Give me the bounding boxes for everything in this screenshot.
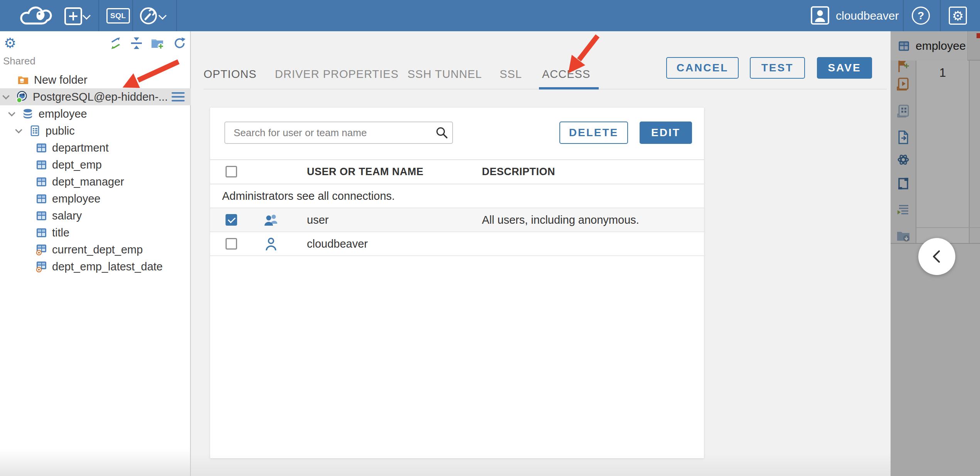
toolbar-separator [940,0,941,31]
tab-driver-properties[interactable]: DRIVER PROPERTIES [275,68,399,81]
connection-edit-dialog: OPTIONSDRIVER PROPERTIESSSH TUNNELSSLACC… [191,31,891,476]
tab-access[interactable]: ACCESS [542,68,590,81]
sql-editor-button[interactable]: SQL [106,8,130,24]
collapse-all-icon[interactable] [130,37,143,50]
view-icon [35,244,47,255]
tree-item-label: title [52,226,69,239]
tree-item-new-folder[interactable]: New folder [0,71,191,88]
row-description: All users, including anonymous. [482,208,639,231]
tab-ssh-tunnel[interactable]: SSH TUNNEL [407,68,482,81]
admin-notice-row: Administrators see all connections. [210,184,704,208]
tree-item-label: New folder [34,74,88,86]
tree-item-label: salary [52,209,82,222]
hamburger-menu-icon[interactable] [172,92,185,102]
view-icon [35,261,47,272]
new-connection-button[interactable] [64,7,82,25]
save-button[interactable]: SAVE [817,57,872,79]
toolbar-separator [903,0,904,31]
navigator-settings-icon[interactable]: ⚙ [4,35,16,51]
cloudbeaver-logo [15,3,64,28]
row-checkbox[interactable] [226,214,237,226]
row-name: user [307,208,328,231]
folder-section-label: Shared [3,55,35,67]
tree-item-label: department [52,142,109,154]
tree-item-dept_manager[interactable]: dept_manager [0,173,191,190]
database-navigator: ⚙ Shared New folderPostgreSQL@ep-hidden-… [0,31,191,476]
tree-item-label: dept_emp_latest_date [52,260,163,273]
table-icon [35,210,47,221]
postgres-icon [16,91,28,103]
table-icon [35,159,47,170]
column-header-name: USER OR TEAM NAME [307,160,424,184]
user-menu[interactable]: cloudbeaver [836,0,899,31]
chevron-down-icon[interactable] [8,109,15,116]
tree-item-label: public [45,125,75,137]
cancel-button[interactable]: CANCEL [666,57,739,79]
tree-item-label: employee [39,108,87,120]
gear-glyph: ⚙ [952,8,963,24]
toolbar-separator [176,0,177,31]
folder-database-icon [17,74,29,86]
chevron-down-icon[interactable] [158,12,167,20]
access-table-rows: userAll users, including anonymous.cloud… [210,208,704,256]
sidebar-scroll-shadow [0,449,190,476]
settings-gear-icon[interactable]: ⚙ [949,7,967,25]
search-icon [436,127,448,139]
table-row-cloudbeaver[interactable]: cloudbeaver [210,232,704,256]
tree-item-employee[interactable]: employee [0,190,191,207]
table-header: USER OR TEAM NAME DESCRIPTION [210,159,704,184]
row-checkbox[interactable] [226,238,237,250]
schema-icon [29,125,40,137]
refresh-icon[interactable] [173,37,186,50]
tree-item-label: dept_manager [52,176,124,188]
chevron-down-icon[interactable] [83,12,91,20]
access-panel: DELETE EDIT USER OR TEAM NAME DESCRIPTIO… [210,108,704,458]
chevron-down-icon[interactable] [2,92,9,99]
chevron-left-icon [930,248,944,265]
test-button[interactable]: TEST [750,57,805,79]
table-icon [35,193,47,204]
avatar-icon[interactable] [811,6,829,25]
admin-notice-text: Administrators see all connections. [222,184,395,208]
tree-item-label: current_dept_emp [52,243,143,256]
tree-item-current_dept_emp[interactable]: current_dept_emp [0,241,191,258]
tree-item-label: PostgreSQL@ep-hidden-... [33,91,168,103]
driver-manager-button[interactable] [139,7,158,25]
row-name: cloudbeaver [307,232,368,255]
tree-item-public[interactable]: public [0,122,191,139]
toolbar-separator [132,0,133,31]
tree-item-dept_emp_latest_date[interactable]: dept_emp_latest_date [0,258,191,275]
link-with-editor-icon[interactable] [109,37,122,50]
collapse-panel-button[interactable] [918,238,955,275]
app-header: SQL cloudbeaver ? ⚙ [0,0,980,31]
chevron-down-icon[interactable] [15,126,22,133]
navigator-toolbar: ⚙ [0,35,191,53]
tree-item-label: employee [52,192,101,205]
table-row-user[interactable]: userAll users, including anonymous. [210,208,704,232]
delete-button[interactable]: DELETE [559,122,628,144]
database-icon [22,108,34,120]
select-all-checkbox[interactable] [226,166,237,177]
tree-item-label: dept_emp [52,159,102,171]
table-icon [35,142,47,154]
tree-item-postgresql@ep-hidden-...[interactable]: PostgreSQL@ep-hidden-... [0,88,191,105]
tree-item-dept_emp[interactable]: dept_emp [0,156,191,173]
tree-item-employee[interactable]: employee [0,105,191,122]
new-folder-icon[interactable] [151,37,164,50]
tree-item-department[interactable]: department [0,139,191,156]
toolbar-separator [98,0,99,31]
help-icon[interactable]: ? [912,7,930,25]
search-input[interactable] [224,122,453,144]
tab-options[interactable]: OPTIONS [204,68,257,81]
user-icon [263,237,279,251]
explorer-tree: New folderPostgreSQL@ep-hidden-...employ… [0,71,191,275]
tree-item-title[interactable]: title [0,224,191,241]
team-icon [263,213,279,227]
table-icon [35,227,47,238]
edit-button[interactable]: EDIT [640,122,692,144]
column-header-description: DESCRIPTION [482,160,555,184]
table-icon [35,176,47,187]
tab-ssl[interactable]: SSL [500,68,522,81]
tree-item-salary[interactable]: salary [0,207,191,224]
